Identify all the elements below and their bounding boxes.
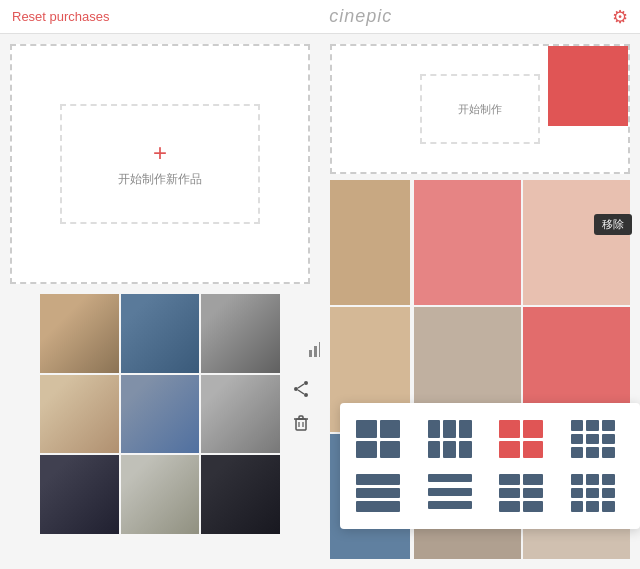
new-project-label: 开始制作新作品 — [118, 171, 202, 188]
reset-purchases-button[interactable]: Reset purchases — [12, 9, 110, 24]
gear-icon[interactable]: ⚙ — [612, 6, 628, 28]
svg-point-21 — [304, 381, 308, 385]
delete-side-icon[interactable] — [292, 414, 310, 436]
thumb-cell-9 — [201, 455, 280, 534]
layout-option-4[interactable] — [567, 417, 619, 461]
left-side-icons — [292, 380, 310, 436]
svg-point-23 — [294, 387, 298, 391]
svg-point-22 — [304, 393, 308, 397]
thumb-cell-1 — [40, 294, 119, 373]
svg-rect-0 — [309, 350, 312, 357]
header: Reset purchases cinepic ⚙ — [0, 0, 640, 34]
svg-line-24 — [298, 384, 304, 388]
thumb-cell-8 — [121, 455, 200, 534]
svg-rect-1 — [314, 346, 317, 357]
start-label: 开始制作 — [458, 102, 502, 117]
layout-option-3[interactable] — [495, 417, 547, 461]
right-panel: 开始制作 移除 — [320, 34, 640, 569]
thumb-cell-7 — [40, 455, 119, 534]
svg-line-25 — [298, 390, 304, 394]
layout-picker — [340, 403, 640, 529]
share-side-icon[interactable] — [292, 380, 310, 402]
thumb-cell-5 — [121, 375, 200, 454]
layout-option-5[interactable] — [352, 471, 404, 515]
right-card[interactable]: 开始制作 — [330, 44, 630, 174]
thumb-cell-2 — [121, 294, 200, 373]
collage-cell-left-1 — [330, 180, 410, 305]
thumb-cell-4 — [40, 375, 119, 454]
layout-option-8[interactable] — [567, 471, 619, 515]
new-project-inner: + 开始制作新作品 — [60, 104, 260, 224]
svg-rect-26 — [296, 419, 306, 430]
cr-cell-2 — [523, 180, 630, 305]
layout-option-6[interactable] — [424, 471, 476, 515]
main-content: + 开始制作新作品 开始制作 — [0, 34, 640, 569]
project-thumbnail[interactable] — [40, 294, 280, 534]
plus-icon: + — [153, 141, 167, 165]
thumb-cell-6 — [201, 375, 280, 454]
new-project-card[interactable]: + 开始制作新作品 — [10, 44, 310, 284]
remove-button[interactable]: 移除 — [594, 214, 632, 235]
layout-option-1[interactable] — [352, 417, 404, 461]
thumb-cell-3 — [201, 294, 280, 373]
app-logo: cinepic — [329, 6, 392, 27]
cr-cell-1 — [414, 180, 521, 305]
layout-option-7[interactable] — [495, 471, 547, 515]
right-card-inner: 开始制作 — [420, 74, 540, 144]
red-accent-block — [548, 46, 628, 126]
left-panel: + 开始制作新作品 — [0, 34, 320, 569]
svg-rect-28 — [299, 416, 303, 419]
layout-option-2[interactable] — [424, 417, 476, 461]
